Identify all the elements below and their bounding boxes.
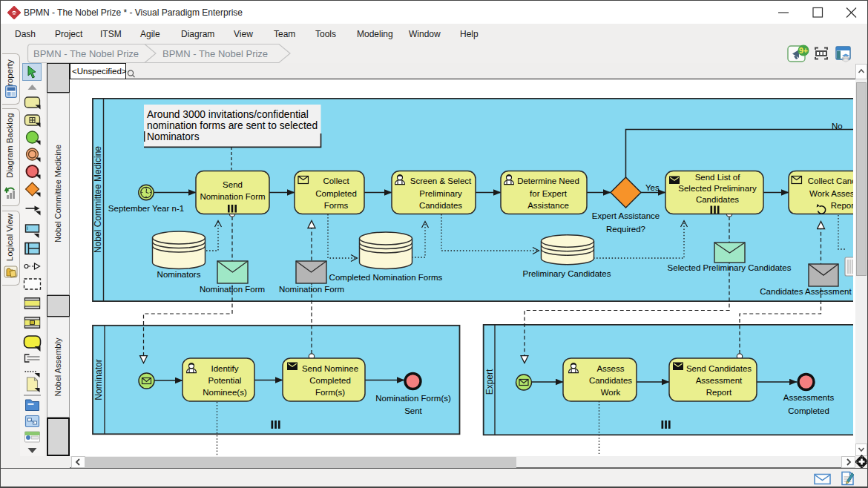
svg-text:Assess: Assess <box>596 364 624 373</box>
svg-text:Yes: Yes <box>645 183 660 192</box>
svg-text:Send List of: Send List of <box>695 173 741 182</box>
svg-text:Forms: Forms <box>324 201 349 210</box>
svg-text:Assessments: Assessments <box>783 393 835 402</box>
svg-text:Send: Send <box>223 180 243 189</box>
svg-text:Report: Report <box>706 388 732 397</box>
svg-text:Preliminary Candidates: Preliminary Candidates <box>523 269 611 278</box>
svg-text:Expert: Expert <box>484 369 495 395</box>
svg-text:Preliminary: Preliminary <box>419 189 462 198</box>
svg-text:Completed: Completed <box>309 376 351 385</box>
svg-text:Candidates: Candidates <box>696 195 739 204</box>
svg-text:Send Nominee: Send Nominee <box>302 364 358 373</box>
svg-text:Potential: Potential <box>208 376 242 385</box>
svg-text:9+: 9+ <box>799 46 808 55</box>
svg-text:BPMN - The Nobel Prize: BPMN - The Nobel Prize <box>162 48 268 59</box>
svg-text:Collect Candidates: Collect Candidates <box>808 177 855 185</box>
svg-text:Nomination Form: Nomination Form <box>279 285 344 294</box>
svg-text:nomination forms are sent to s: nomination forms are sent to selected <box>147 120 318 131</box>
svg-text:Nominators: Nominators <box>147 131 200 142</box>
svg-text:Identify: Identify <box>211 364 238 373</box>
svg-text:Completed: Completed <box>315 189 357 198</box>
svg-text:Selected Preliminary Candidate: Selected Preliminary Candidates <box>668 263 792 272</box>
svg-text:Nominator: Nominator <box>93 359 104 400</box>
svg-text:Send Candidates: Send Candidates <box>686 364 752 373</box>
svg-text:Nobel Committee Medicine: Nobel Committee Medicine <box>93 146 103 253</box>
svg-text:Candidates: Candidates <box>419 201 462 210</box>
svg-text:September Year n-1: September Year n-1 <box>108 204 184 213</box>
svg-text:Candidates Assessment: Candidates Assessment <box>760 287 852 296</box>
svg-text:Work: Work <box>601 388 621 397</box>
svg-text:Completed: Completed <box>788 406 829 415</box>
svg-text:Nominee(s): Nominee(s) <box>203 388 247 397</box>
svg-text:Completed Nomination Forms: Completed Nomination Forms <box>329 273 443 282</box>
svg-text:Nominators: Nominators <box>157 270 201 279</box>
svg-text:Candidates: Candidates <box>589 376 632 385</box>
svg-text:for Expert: for Expert <box>530 189 568 198</box>
svg-text:Expert Assistance: Expert Assistance <box>592 211 660 220</box>
svg-text:Nomination Form: Nomination Form <box>200 285 265 294</box>
svg-text:Around 3000 invitations/confid: Around 3000 invitations/confidential <box>147 109 309 120</box>
svg-text:Report: Report <box>831 201 855 210</box>
svg-text:Determine Need: Determine Need <box>517 177 579 185</box>
svg-text:Assistance: Assistance <box>527 201 569 210</box>
svg-text:Nomination Form(s): Nomination Form(s) <box>375 394 451 403</box>
svg-text:Screen & Select: Screen & Select <box>410 177 472 185</box>
svg-text:Work Assessment: Work Assessment <box>809 189 855 198</box>
svg-text:Nomination Form: Nomination Form <box>200 192 265 201</box>
svg-text:Form(s): Form(s) <box>315 388 345 397</box>
svg-text:Sent: Sent <box>404 406 422 415</box>
svg-text:Selected Preliminary: Selected Preliminary <box>678 184 757 193</box>
svg-text:Required?: Required? <box>606 225 645 234</box>
svg-text:Assessment: Assessment <box>696 376 743 385</box>
svg-text:Collect: Collect <box>323 177 349 185</box>
svg-text:BPMN - The Nobel Prize: BPMN - The Nobel Prize <box>33 48 139 59</box>
svg-text:No: No <box>832 122 843 131</box>
